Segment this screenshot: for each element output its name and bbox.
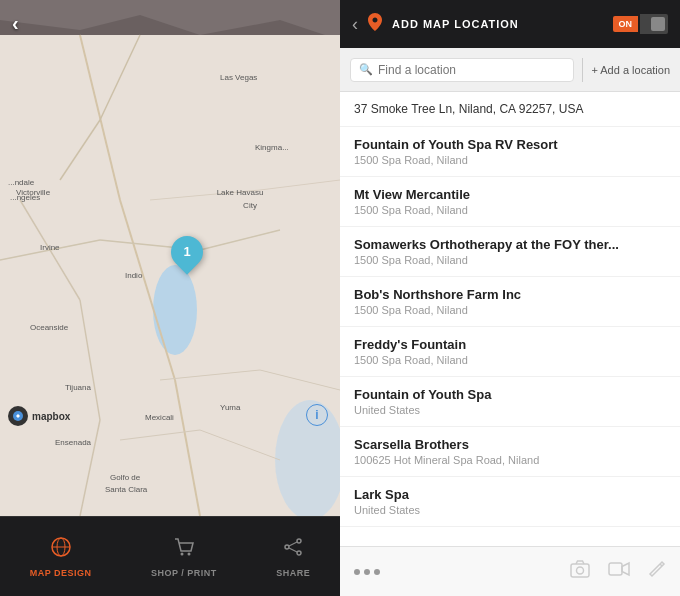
bottom-toolbar <box>340 546 680 596</box>
location-list[interactable]: 37 Smoke Tree Ln, Niland, CA 92257, USA … <box>340 92 680 546</box>
search-input-wrapper: 🔍 <box>350 58 574 82</box>
location-name: Freddy's Fountain <box>354 337 666 352</box>
city-yuma: Yuma <box>220 403 241 412</box>
city-ensenada: Ensenada <box>55 438 92 447</box>
mapbox-logo: mapbox <box>8 406 70 426</box>
map-area: Las Vegas Kingma... Lake Havasu City ...… <box>0 0 340 516</box>
toggle-switch[interactable]: ON <box>613 14 669 34</box>
location-address: 1500 Spa Road, Niland <box>354 254 666 266</box>
cart-icon <box>173 536 195 564</box>
info-icon[interactable]: i <box>306 404 328 426</box>
search-bar: 🔍 + Add a location <box>340 48 680 92</box>
search-icon: 🔍 <box>359 63 373 76</box>
add-location-button[interactable]: + Add a location <box>591 64 670 76</box>
toggle-on-label: ON <box>613 16 639 32</box>
svg-line-33 <box>289 548 297 552</box>
left-panel: Las Vegas Kingma... Lake Havasu City ...… <box>0 0 340 596</box>
toggle-off-area <box>640 14 668 34</box>
city-las-vegas: Las Vegas <box>220 73 257 82</box>
dot-3 <box>374 569 380 575</box>
location-name: Mt View Mercantile <box>354 187 666 202</box>
location-name: Fountain of Youth Spa RV Resort <box>354 137 666 152</box>
pin-shape: 1 <box>164 230 209 275</box>
video-icon[interactable] <box>608 561 630 582</box>
svg-rect-36 <box>609 563 622 575</box>
pin-number: 1 <box>183 243 190 258</box>
city-ndale: ...ndale <box>8 178 35 187</box>
city-lake-havasu2: City <box>243 201 257 210</box>
dot-1 <box>354 569 360 575</box>
svg-line-37 <box>660 564 662 566</box>
location-name: Somawerks Orthotherapy at the FOY ther..… <box>354 237 666 252</box>
city-indio: Indio <box>125 271 143 280</box>
location-name: Bob's Northshore Farm Inc <box>354 287 666 302</box>
list-item-fountain-rv[interactable]: Fountain of Youth Spa RV Resort 1500 Spa… <box>340 127 680 177</box>
dots-container <box>354 569 380 575</box>
location-name: Scarsella Brothers <box>354 437 666 452</box>
svg-rect-34 <box>571 564 589 577</box>
map-svg: Las Vegas Kingma... Lake Havasu City ...… <box>0 0 340 516</box>
svg-point-30 <box>297 551 301 555</box>
list-item-somawerks[interactable]: Somawerks Orthotherapy at the FOY ther..… <box>340 227 680 277</box>
location-address: 1500 Spa Road, Niland <box>354 354 666 366</box>
location-name: Fountain of Youth Spa <box>354 387 666 402</box>
right-header: ‹ ADD MAP LOCATION ON <box>340 0 680 48</box>
list-item-scarsella[interactable]: Scarsella Brothers 100625 Hot Mineral Sp… <box>340 427 680 477</box>
city-irvine: Irvine <box>40 243 60 252</box>
map-pin: 1 <box>171 236 203 268</box>
header-title: ADD MAP LOCATION <box>392 18 603 30</box>
list-item-address[interactable]: 37 Smoke Tree Ln, Niland, CA 92257, USA <box>340 92 680 127</box>
list-item-freddys[interactable]: Freddy's Fountain 1500 Spa Road, Niland <box>340 327 680 377</box>
city-golfo: Golfo de <box>110 473 141 482</box>
city-oceanside: Oceanside <box>30 323 69 332</box>
globe-icon <box>50 536 72 564</box>
location-address: 100625 Hot Mineral Spa Road, Niland <box>354 454 666 466</box>
list-item-mt-view[interactable]: Mt View Mercantile 1500 Spa Road, Niland <box>340 177 680 227</box>
right-panel: ‹ ADD MAP LOCATION ON 🔍 + Add a location… <box>340 0 680 596</box>
city-tijuana: Tijuana <box>65 383 91 392</box>
nav-item-map-design[interactable]: MAP DESIGN <box>30 536 92 578</box>
nav-label-map-design: MAP DESIGN <box>30 568 92 578</box>
svg-line-32 <box>289 542 297 546</box>
svg-point-27 <box>180 552 183 555</box>
svg-point-29 <box>297 539 301 543</box>
city-lake-havasu: Lake Havasu <box>217 188 264 197</box>
city-victorville: Victorville <box>16 188 51 197</box>
location-address: 1500 Spa Road, Niland <box>354 204 666 216</box>
svg-point-35 <box>577 567 584 574</box>
location-address: United States <box>354 504 666 516</box>
toolbar-icons <box>570 560 666 583</box>
nav-item-share[interactable]: SHARE <box>276 536 310 578</box>
nav-label-shop-print: SHOP / PRINT <box>151 568 217 578</box>
search-input[interactable] <box>378 63 565 77</box>
location-address: 1500 Spa Road, Niland <box>354 304 666 316</box>
dot-2 <box>364 569 370 575</box>
svg-point-28 <box>187 552 190 555</box>
edit-icon[interactable] <box>648 560 666 583</box>
svg-point-4 <box>153 265 197 355</box>
back-button-left[interactable]: ‹ <box>12 12 19 35</box>
divider <box>582 58 583 82</box>
nav-label-share: SHARE <box>276 568 310 578</box>
share-icon <box>282 536 304 564</box>
add-location-label: + Add a location <box>591 64 670 76</box>
location-address: United States <box>354 404 666 416</box>
bottom-nav: MAP DESIGN SHOP / PRINT <box>0 516 340 596</box>
location-address: 1500 Spa Road, Niland <box>354 154 666 166</box>
location-pin-icon <box>368 13 382 35</box>
location-full-address: 37 Smoke Tree Ln, Niland, CA 92257, USA <box>354 102 666 116</box>
mapbox-icon <box>8 406 28 426</box>
location-name: Lark Spa <box>354 487 666 502</box>
city-kingman: Kingma... <box>255 143 289 152</box>
nav-item-shop-print[interactable]: SHOP / PRINT <box>151 536 217 578</box>
camera-icon[interactable] <box>570 560 590 583</box>
mapbox-text: mapbox <box>32 411 70 422</box>
svg-point-31 <box>285 545 289 549</box>
back-button-right[interactable]: ‹ <box>352 14 358 35</box>
list-item-bobs-farm[interactable]: Bob's Northshore Farm Inc 1500 Spa Road,… <box>340 277 680 327</box>
list-item-lark-spa[interactable]: Lark Spa United States <box>340 477 680 527</box>
city-mexicali: Mexicali <box>145 413 174 422</box>
toggle-slider <box>651 17 665 31</box>
list-item-fountain-spa[interactable]: Fountain of Youth Spa United States <box>340 377 680 427</box>
city-santa-clara: Santa Clara <box>105 485 148 494</box>
